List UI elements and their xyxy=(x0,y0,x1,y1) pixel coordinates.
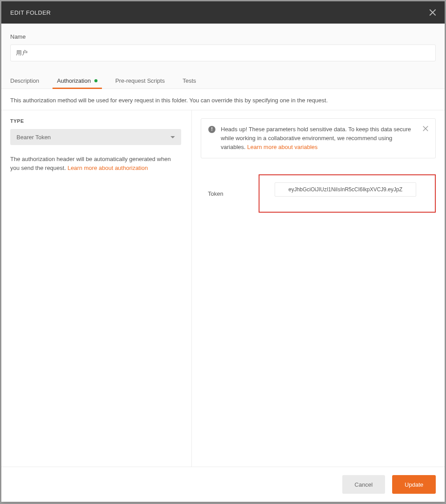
token-label: Token xyxy=(201,190,259,197)
close-button[interactable] xyxy=(430,9,436,16)
modal-body: Name Description Authorization Pre-reque… xyxy=(1,24,445,467)
name-label: Name xyxy=(10,33,436,40)
learn-more-variables-link[interactable]: Learn more about variables xyxy=(247,144,317,150)
sensitive-data-alert: ! Heads up! These parameters hold sensit… xyxy=(201,118,436,158)
type-label: TYPE xyxy=(10,118,182,124)
tab-authorization-label: Authorization xyxy=(57,77,91,84)
modal-title: EDIT FOLDER xyxy=(10,9,51,16)
tabs-wrapper: Description Authorization Pre-request Sc… xyxy=(1,68,445,89)
name-input[interactable] xyxy=(10,44,436,61)
tabs: Description Authorization Pre-request Sc… xyxy=(1,68,445,89)
auth-info-text: This authorization method will be used f… xyxy=(1,89,445,110)
tab-prerequest[interactable]: Pre-request Scripts xyxy=(115,73,165,89)
close-icon xyxy=(430,9,436,16)
info-icon: ! xyxy=(208,126,215,133)
token-input[interactable] xyxy=(275,182,416,197)
learn-more-authorization-link[interactable]: Learn more about authorization xyxy=(68,165,148,171)
cancel-button[interactable]: Cancel xyxy=(342,475,385,494)
tab-authorization[interactable]: Authorization xyxy=(57,73,97,89)
auth-header-note: The authorization header will be automat… xyxy=(10,155,181,173)
auth-type-select[interactable]: Bearer Token xyxy=(10,129,181,145)
auth-right-panel: ! Heads up! These parameters hold sensit… xyxy=(192,110,445,467)
alert-body: Heads up! These parameters hold sensitiv… xyxy=(221,125,418,152)
modal-header: EDIT FOLDER xyxy=(1,1,445,24)
name-section: Name xyxy=(1,24,445,68)
chevron-down-icon xyxy=(170,136,175,138)
token-highlight-box xyxy=(259,174,436,213)
active-indicator-dot xyxy=(94,79,97,82)
token-row: Token xyxy=(201,174,436,213)
auth-type-value: Bearer Token xyxy=(16,134,51,141)
modal-footer: Cancel Update xyxy=(1,467,445,502)
alert-close-button[interactable] xyxy=(423,126,428,131)
edit-folder-modal: EDIT FOLDER Name Description Authorizati… xyxy=(1,1,445,502)
tab-description[interactable]: Description xyxy=(10,73,39,89)
auth-content: TYPE Bearer Token The authorization head… xyxy=(1,110,445,467)
auth-left-panel: TYPE Bearer Token The authorization head… xyxy=(1,110,192,467)
update-button[interactable]: Update xyxy=(392,475,436,494)
tab-tests[interactable]: Tests xyxy=(182,73,196,89)
close-icon xyxy=(423,126,428,131)
